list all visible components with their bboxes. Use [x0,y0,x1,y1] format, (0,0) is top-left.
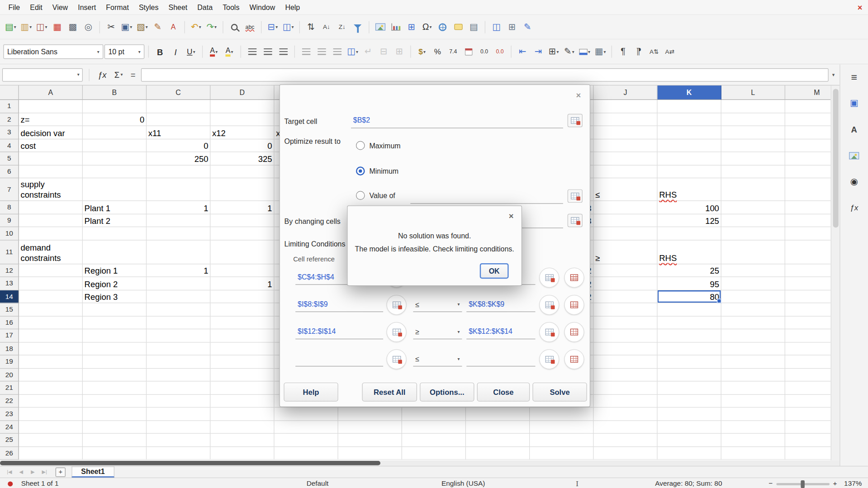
constraint-4-reference-input[interactable] [295,352,383,366]
constraint-2-value-input[interactable]: $K$8:$K$9 [466,298,535,312]
cell-D3[interactable]: x12 [210,126,274,139]
zoom-slider-thumb[interactable] [801,480,805,488]
cell-L1[interactable] [721,100,785,113]
cell-M25[interactable] [785,434,831,447]
row-header-4[interactable]: 4 [0,139,19,152]
cell-J16[interactable] [593,316,657,329]
cell-B7[interactable] [83,178,147,201]
cell-C8[interactable]: 1 [147,201,210,214]
cell-B15[interactable] [83,303,147,316]
formula-input[interactable] [141,68,829,81]
new-document-icon[interactable]: ▤▾ [3,20,18,34]
cell-F25[interactable] [338,434,402,447]
row-header-5[interactable]: 5 [0,152,19,165]
constraint-2-reference-input[interactable]: $I$8:$I$9 [295,298,383,312]
cell-B3[interactable] [83,126,147,139]
cell-K7[interactable]: RHS [658,178,721,201]
cell-C12[interactable]: 1 [147,264,210,277]
cell-D5[interactable]: 325 [210,152,274,165]
cell-B10[interactable] [83,227,147,240]
cell-M9[interactable] [785,214,831,227]
cell-C13[interactable] [147,277,210,290]
percent-icon[interactable]: % [430,44,445,59]
cell-L3[interactable] [721,126,785,139]
cell-K20[interactable] [658,369,721,382]
column-header-J[interactable]: J [593,85,657,100]
cell-D15[interactable] [210,303,274,316]
value-of-radio[interactable]: Value of [356,191,395,200]
cell-J11[interactable]: ≥ [593,240,657,264]
cell-J26[interactable] [593,447,657,460]
menu-sheet[interactable]: Sheet [163,1,192,14]
cell-M18[interactable] [785,342,831,355]
copy-icon[interactable]: ▣▾ [119,20,134,34]
insert-image-icon[interactable] [373,20,388,34]
window-close-button[interactable]: × [858,3,863,12]
cell-L2[interactable] [721,113,785,126]
row-header-19[interactable]: 19 [0,355,19,369]
cell-C23[interactable] [147,407,210,421]
options-button[interactable]: Options... [420,383,474,402]
text-orientation-icon[interactable]: A⇅ [647,44,661,59]
cell-L8[interactable] [721,201,785,214]
clear-formatting-icon[interactable]: A [166,20,180,34]
cell-D11[interactable] [210,240,274,264]
cell-L25[interactable] [721,434,785,447]
number-format-icon[interactable]: 7.4 [446,44,460,59]
cell-C16[interactable] [147,316,210,329]
cell-G26[interactable] [402,447,466,460]
cell-L17[interactable] [721,329,785,342]
column-header-M[interactable]: M [785,85,831,100]
cell-L11[interactable] [721,240,785,264]
cell-A8[interactable] [19,201,83,214]
cell-B17[interactable] [83,329,147,342]
cell-H26[interactable] [466,447,530,460]
export-pdf-icon[interactable]: ▦ [50,20,64,34]
cell-G25[interactable] [402,434,466,447]
find-replace-icon[interactable] [227,20,242,34]
zoom-slider[interactable] [776,483,830,485]
cell-B14[interactable]: Region 3 [83,290,147,303]
cell-C17[interactable] [147,329,210,342]
cell-A1[interactable] [19,100,83,113]
sidebar-settings-icon[interactable]: ≡ [847,70,861,85]
menu-view[interactable]: View [47,1,73,14]
cell-D20[interactable] [210,369,274,382]
cell-A12[interactable] [19,264,83,277]
cell-L23[interactable] [721,407,785,421]
cell-I25[interactable] [530,434,593,447]
align-top-icon[interactable] [299,44,313,59]
cell-H24[interactable] [466,421,530,434]
constraint-3-operator-select[interactable]: ≥▾ [413,325,462,339]
open-icon[interactable]: ▥▾ [19,20,33,34]
cell-J14[interactable] [593,290,657,303]
align-left-icon[interactable] [245,44,259,59]
cell-D2[interactable] [210,113,274,126]
cell-D6[interactable] [210,165,274,178]
cell-K4[interactable] [658,139,721,152]
constraint-1-shrink-value-button[interactable] [539,268,559,288]
autofilter-icon[interactable] [351,20,365,34]
cell-C7[interactable] [147,178,210,201]
cell-L15[interactable] [721,303,785,316]
align-right-icon[interactable] [276,44,290,59]
cell-G23[interactable] [402,407,466,421]
row-header-22[interactable]: 22 [0,394,19,407]
insert-rows-icon[interactable]: ⊟▾ [266,20,280,34]
cell-K25[interactable] [658,434,721,447]
message-close-icon[interactable]: × [509,211,514,221]
cell-B2[interactable]: 0 [83,113,147,126]
cell-B25[interactable] [83,434,147,447]
cell-B8[interactable]: Plant 1 [83,201,147,214]
constraint-1-remove-button[interactable] [564,268,584,288]
cell-A5[interactable] [19,152,83,165]
cell-M24[interactable] [785,421,831,434]
close-button[interactable]: Close [477,383,530,402]
cell-D9[interactable] [210,214,274,227]
cell-M8[interactable] [785,201,831,214]
row-header-17[interactable]: 17 [0,329,19,342]
cell-J20[interactable] [593,369,657,382]
insert-chart-icon[interactable] [389,20,403,34]
date-format-icon[interactable] [461,44,476,59]
sheet-tab-sheet1[interactable]: Sheet1 [71,466,114,478]
